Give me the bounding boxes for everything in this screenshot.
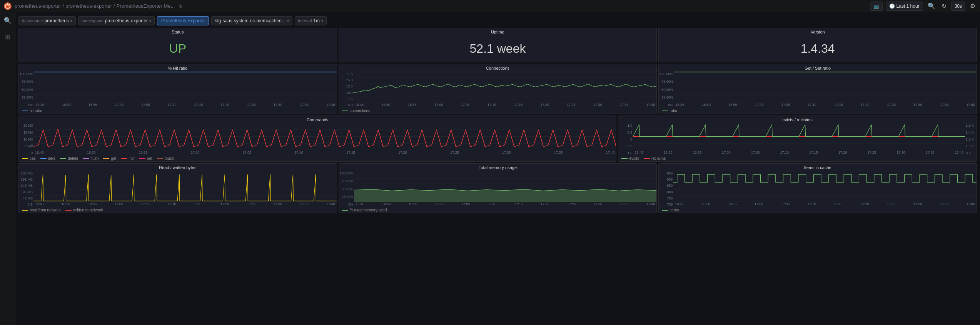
version-body: 1.4.34 [659, 35, 977, 62]
chevron-down-icon: ▾ [70, 19, 72, 23]
breadcrumb-share: ⊕ [179, 3, 183, 9]
legend-memory: % used memory used [342, 208, 387, 212]
connections-svg-container [354, 71, 657, 102]
legend-flush-label: flush [90, 156, 99, 161]
read-written-chart: 16:45 16:50 16:55 17:00 17:05 17:10 17:1… [33, 171, 337, 207]
panel-read-written: Read / written bytes 238 MB 191 MB 143 M… [18, 163, 337, 213]
commands-svg-container [33, 123, 616, 150]
interval-label: interval [298, 18, 312, 23]
evicts-x-axis: 16:45 16:50 16:55 17:00 17:05 17:10 17:1… [633, 150, 965, 156]
connections-y-axis: 17.5 15.0 12.5 10.0 7.5 5.0 [339, 71, 354, 108]
settings-button[interactable]: ⚙ [968, 2, 977, 10]
items-cache-legend: items [659, 207, 977, 213]
svg-point-2 [7, 4, 8, 5]
legend-evicts-label: evicts [629, 156, 639, 161]
total-memory-title: Total memory usage [339, 164, 657, 171]
layout: 🔍 ⊞ datasource prometheus ▾ namespace pr… [0, 12, 980, 325]
get-set-chart-area: 100.00% 75.00% 50.00% 25.00% 0% [659, 71, 977, 108]
sidebar-icon-search[interactable]: 🔍 [2, 15, 13, 26]
commands-title: Commands [19, 116, 616, 123]
hit-ratio-y-axis: 100.00% 75.00% 50.00% 25.00% 0% [19, 71, 34, 108]
panel-items-cache: Items in cache 950 900 850 800 750 700 [658, 163, 977, 213]
legend-get-set-label: ratio [669, 109, 677, 113]
read-written-legend: read from network written to network [19, 207, 337, 213]
hit-ratio-legend: hit ratio [19, 108, 337, 114]
total-memory-chart: 16:45 16:50 16:55 17:00 17:05 17:10 17:1… [354, 171, 656, 207]
status-value: UP [169, 42, 186, 56]
items-cache-title: Items in cache [659, 164, 977, 171]
panel-version: Version 1.4.34 [658, 28, 977, 62]
legend-items: items [662, 208, 679, 212]
clock-icon: 🕐 [889, 3, 895, 9]
connections-x-axis: 16:45 16:50 16:55 17:00 17:05 17:10 17:1… [354, 102, 657, 108]
legend-touch-label: touch [165, 156, 174, 161]
get-set-x-axis: 16:45 16:50 16:55 17:00 17:05 17:10 17:1… [674, 102, 977, 108]
filter-chevron-icon: ▾ [287, 19, 289, 23]
legend-get-label: get [111, 156, 116, 161]
commands-chart: 16:45 16:50 16:55 17:00 17:05 17:10 17:1… [33, 123, 616, 156]
panel-get-set: Get / Set ratio 100.00% 75.00% 50.00% 25… [658, 64, 977, 114]
panel-total-memory: Total memory usage 100.00% 75.00% 50.00%… [339, 163, 657, 213]
legend-decr-label: decr [48, 156, 55, 161]
row-4: Read / written bytes 238 MB 191 MB 143 M… [18, 163, 977, 213]
tv-button[interactable]: 📺 [870, 2, 883, 11]
get-set-svg-container [674, 71, 977, 102]
read-written-title: Read / written bytes [19, 164, 337, 171]
read-written-chart-area: 238 MB 191 MB 143 MB 95 MB 48 MB 0 B [19, 171, 337, 207]
active-tab[interactable]: Prometheus Exporter [157, 16, 209, 25]
main-content: datasource prometheus ▾ namespace promet… [15, 12, 980, 325]
refresh-interval-label: 30s [955, 3, 962, 9]
legend-read-label: read from network [30, 208, 61, 212]
refresh-button[interactable]: ↻ [940, 2, 948, 10]
connections-chart: 16:45 16:50 16:55 17:00 17:05 17:10 17:1… [354, 71, 657, 108]
version-value: 1.4.34 [801, 42, 835, 56]
hit-ratio-x-axis: 16:45 16:50 16:55 17:00 17:05 17:10 17:1… [34, 102, 337, 108]
datasource-filter[interactable]: datasource prometheus ▾ [18, 16, 76, 25]
panel-status: Status UP [18, 28, 337, 62]
legend-hit-ratio-line [22, 111, 28, 111]
evicts-title: evicts / reclaims [618, 116, 977, 123]
topbar-left: prometheus-exporter / prometheus-exporte… [3, 2, 183, 11]
legend-connections-label: connections [350, 109, 370, 113]
legend-set: set [139, 156, 152, 161]
legend-decr: decr [40, 156, 55, 161]
panel-hit-ratio: % Hit ratio 100.00% 75.00% 50.00% 25.00%… [18, 64, 337, 114]
get-set-chart: 16:45 16:50 16:55 17:00 17:05 17:10 17:1… [674, 71, 977, 108]
get-set-y-axis: 100.00% 75.00% 50.00% 25.00% 0% [659, 71, 674, 108]
breadcrumb-sep1: / [63, 3, 64, 9]
items-cache-x-axis: 16:45 16:50 16:55 17:00 17:05 17:10 17:1… [673, 202, 977, 207]
connections-chart-area: 17.5 15.0 12.5 10.0 7.5 5.0 [339, 71, 657, 108]
time-range-button[interactable]: 🕐 Last 1 hour [886, 2, 923, 11]
breadcrumb-part2[interactable]: prometheus-exporter [65, 3, 112, 9]
items-cache-svg-container [673, 171, 977, 202]
sidebar-icon-dashboard[interactable]: ⊞ [3, 32, 12, 42]
get-set-title: Get / Set ratio [659, 64, 977, 71]
uptime-title: Uptime [339, 28, 657, 35]
legend-get: get [103, 156, 116, 161]
legend-connections: connections [342, 109, 370, 113]
datasource-value: prometheus [44, 18, 68, 23]
commands-chart-area: 20 Mil 15 Mil 10 Mil 5 Mil 0 [19, 123, 616, 156]
legend-hit-ratio-label: hit ratio [30, 109, 42, 113]
refresh-interval-button[interactable]: 30s [951, 2, 965, 11]
filter-selector[interactable]: stg-saas-system-ec-memcached... ▾ [211, 16, 292, 25]
namespace-filter[interactable]: namespace prometheus-exporter ▾ [78, 16, 155, 25]
legend-cas: cas [22, 156, 36, 161]
legend-delete-label: delete [68, 156, 78, 161]
interval-filter[interactable]: interval 1m ▾ [295, 16, 327, 25]
interval-chevron-icon: ▾ [321, 19, 323, 23]
version-title: Version [659, 28, 977, 35]
legend-memory-label: % used memory used [350, 208, 387, 212]
legend-hit-ratio: hit ratio [22, 109, 42, 113]
panel-evicts: evicts / reclaims 1.0 0.5 0 -0.5 -1.0 [618, 116, 977, 162]
evicts-chart: 16:45 16:50 16:55 17:00 17:05 17:10 17:1… [633, 123, 965, 156]
breadcrumb-part3[interactable]: PrometheusExporter Me... [117, 3, 175, 9]
connections-legend: connections [339, 108, 657, 114]
search-button[interactable]: 🔍 [926, 2, 937, 10]
evicts-svg-container [633, 123, 965, 150]
items-cache-y-axis: 950 900 850 800 750 700 [659, 171, 673, 207]
items-cache-chart: 16:45 16:50 16:55 17:00 17:05 17:10 17:1… [673, 171, 977, 207]
row-3: Commands 20 Mil 15 Mil 10 Mil 5 Mil 0 [18, 116, 977, 162]
read-written-x-axis: 16:45 16:50 16:55 17:00 17:05 17:10 17:1… [33, 202, 337, 207]
breadcrumb-part1[interactable]: prometheus-exporter [15, 3, 61, 9]
